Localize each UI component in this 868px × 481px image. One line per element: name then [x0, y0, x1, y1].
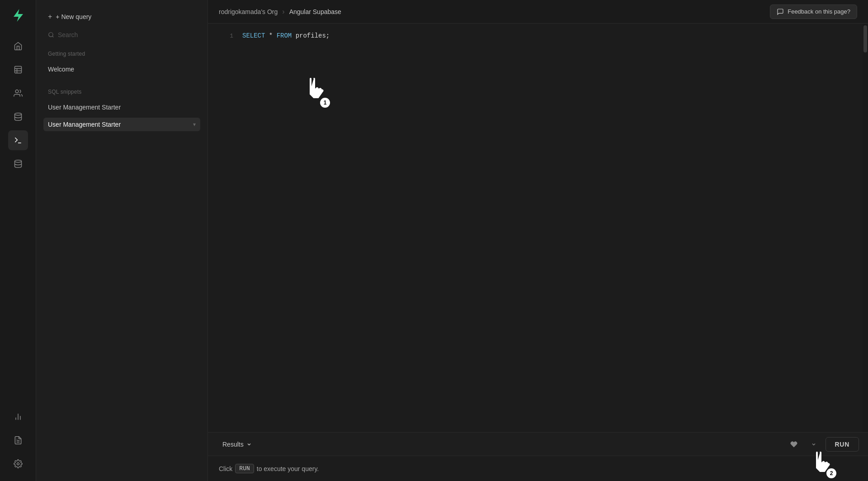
topbar: rodrigokamada's Org › Angular Supabase F…: [208, 0, 868, 24]
results-bar: Results RUN: [208, 432, 868, 456]
user-management-starter-item-1[interactable]: User Management Starter: [43, 100, 200, 114]
feedback-label: Feedback on this page?: [788, 8, 850, 15]
svg-point-7: [14, 160, 21, 162]
icon-nav: [0, 0, 36, 481]
search-input-area[interactable]: Search: [43, 28, 200, 42]
chevron-down-icon: [811, 442, 816, 447]
logo: [10, 7, 26, 25]
search-placeholder: Search: [58, 31, 78, 38]
sql-nav-icon[interactable]: [8, 130, 28, 150]
execute-text-click: Click: [219, 465, 232, 472]
svg-point-5: [14, 113, 21, 115]
new-query-button[interactable]: + + New query: [43, 9, 200, 24]
search-icon: [48, 32, 54, 38]
svg-line-15: [52, 36, 54, 38]
users-nav-icon[interactable]: [8, 83, 28, 103]
breadcrumb-separator: ›: [282, 8, 284, 16]
feedback-button[interactable]: Feedback on this page?: [770, 5, 857, 19]
run-label: RUN: [835, 441, 849, 448]
results-dropdown-button[interactable]: Results: [217, 438, 257, 451]
execute-bar: Click RUN to execute your query. 2: [208, 456, 868, 481]
breadcrumb-project: Angular Supabase: [289, 8, 341, 15]
heart-icon: [790, 441, 797, 448]
svg-rect-0: [14, 67, 21, 73]
editor-line-1: 1 SELECT * FROM profiles;: [208, 31, 868, 41]
feedback-icon: [777, 8, 784, 15]
reports-nav-icon[interactable]: [8, 407, 28, 427]
line-number-1: 1: [215, 32, 233, 41]
svg-point-14: [49, 33, 53, 37]
svg-point-13: [17, 463, 19, 465]
home-nav-icon[interactable]: [8, 36, 28, 56]
select-keyword: SELECT: [242, 31, 265, 41]
favorite-button[interactable]: [786, 436, 802, 452]
getting-started-section-label: Getting started: [43, 45, 200, 59]
docs-nav-icon[interactable]: [8, 430, 28, 450]
run-button[interactable]: RUN: [826, 437, 859, 452]
breadcrumb-org: rodrigokamada's Org: [219, 8, 278, 15]
svg-point-4: [15, 90, 19, 93]
database-nav-icon[interactable]: [8, 154, 28, 174]
sidebar: + + New query Search Getting started Wel…: [36, 0, 208, 481]
code-star: *: [265, 31, 276, 41]
storage-nav-icon[interactable]: [8, 107, 28, 127]
editor-content[interactable]: 1 SELECT * FROM profiles; 1: [208, 24, 868, 432]
chevron-down-icon: ▾: [193, 121, 196, 128]
code-table: profiles;: [292, 31, 330, 41]
welcome-item[interactable]: Welcome: [43, 62, 200, 76]
sql-snippets-section-label: SQL snippets: [43, 83, 200, 97]
user-management-starter-item-2[interactable]: User Management Starter ▾: [43, 118, 200, 131]
execute-run-badge: RUN: [235, 464, 254, 473]
main-content: rodrigokamada's Org › Angular Supabase F…: [208, 0, 868, 481]
plus-icon: +: [48, 13, 52, 21]
table-nav-icon[interactable]: [8, 60, 28, 80]
execute-text-suffix: to execute your query.: [257, 465, 319, 472]
from-keyword: FROM: [277, 31, 292, 41]
new-query-label: + New query: [56, 13, 91, 20]
breadcrumb: rodrigokamada's Org › Angular Supabase: [219, 8, 341, 16]
scrollbar-track[interactable]: [863, 24, 868, 432]
results-chevron-icon: [246, 442, 252, 447]
editor-area: 1 SELECT * FROM profiles; 1 Results: [208, 24, 868, 481]
cursor-pointer-2: 2: [814, 452, 832, 476]
settings-nav-icon[interactable]: [8, 454, 28, 474]
scrollbar-thumb[interactable]: [863, 25, 867, 52]
results-label: Results: [222, 441, 244, 448]
more-dropdown-button[interactable]: [806, 436, 822, 452]
cursor-pointer-1: 1: [307, 78, 326, 106]
